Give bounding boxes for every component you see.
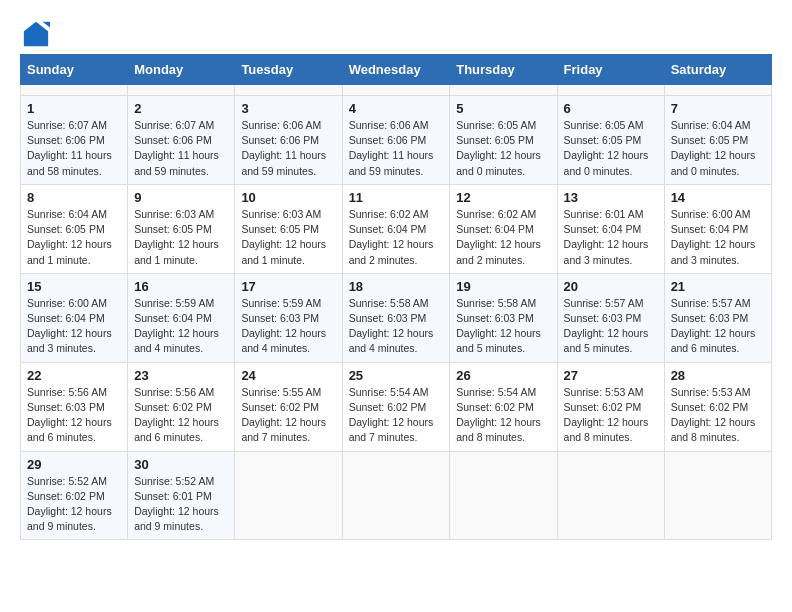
day-info: Sunrise: 5:52 AM Sunset: 6:01 PM Dayligh… [134,475,219,533]
calendar-cell: 11 Sunrise: 6:02 AM Sunset: 6:04 PM Dayl… [342,184,450,273]
day-number: 28 [671,368,765,383]
day-number: 3 [241,101,335,116]
column-header-monday: Monday [128,55,235,85]
calendar-cell: 26 Sunrise: 5:54 AM Sunset: 6:02 PM Dayl… [450,362,557,451]
day-info: Sunrise: 6:04 AM Sunset: 6:05 PM Dayligh… [27,208,112,266]
column-header-thursday: Thursday [450,55,557,85]
calendar-cell: 3 Sunrise: 6:06 AM Sunset: 6:06 PM Dayli… [235,96,342,185]
logo [20,20,50,44]
day-info: Sunrise: 5:59 AM Sunset: 6:03 PM Dayligh… [241,297,326,355]
calendar-cell: 30 Sunrise: 5:52 AM Sunset: 6:01 PM Dayl… [128,451,235,540]
calendar-cell: 19 Sunrise: 5:58 AM Sunset: 6:03 PM Dayl… [450,273,557,362]
day-number: 22 [27,368,121,383]
calendar-cell: 27 Sunrise: 5:53 AM Sunset: 6:02 PM Dayl… [557,362,664,451]
calendar-week-row: 29 Sunrise: 5:52 AM Sunset: 6:02 PM Dayl… [21,451,772,540]
day-info: Sunrise: 5:55 AM Sunset: 6:02 PM Dayligh… [241,386,326,444]
calendar-cell: 17 Sunrise: 5:59 AM Sunset: 6:03 PM Dayl… [235,273,342,362]
calendar-cell: 14 Sunrise: 6:00 AM Sunset: 6:04 PM Dayl… [664,184,771,273]
calendar-cell: 21 Sunrise: 5:57 AM Sunset: 6:03 PM Dayl… [664,273,771,362]
calendar-week-row [21,85,772,96]
day-number: 17 [241,279,335,294]
column-header-saturday: Saturday [664,55,771,85]
day-number: 16 [134,279,228,294]
calendar-week-row: 1 Sunrise: 6:07 AM Sunset: 6:06 PM Dayli… [21,96,772,185]
day-number: 26 [456,368,550,383]
calendar-cell: 28 Sunrise: 5:53 AM Sunset: 6:02 PM Dayl… [664,362,771,451]
day-number: 7 [671,101,765,116]
day-number: 1 [27,101,121,116]
calendar-cell [235,85,342,96]
calendar-cell: 29 Sunrise: 5:52 AM Sunset: 6:02 PM Dayl… [21,451,128,540]
calendar-header-row: SundayMondayTuesdayWednesdayThursdayFrid… [21,55,772,85]
calendar-cell: 1 Sunrise: 6:07 AM Sunset: 6:06 PM Dayli… [21,96,128,185]
calendar-cell: 20 Sunrise: 5:57 AM Sunset: 6:03 PM Dayl… [557,273,664,362]
calendar-cell: 22 Sunrise: 5:56 AM Sunset: 6:03 PM Dayl… [21,362,128,451]
day-info: Sunrise: 5:58 AM Sunset: 6:03 PM Dayligh… [456,297,541,355]
day-number: 29 [27,457,121,472]
day-number: 8 [27,190,121,205]
calendar-cell [342,451,450,540]
day-number: 12 [456,190,550,205]
day-info: Sunrise: 6:02 AM Sunset: 6:04 PM Dayligh… [349,208,434,266]
calendar-cell: 6 Sunrise: 6:05 AM Sunset: 6:05 PM Dayli… [557,96,664,185]
calendar-cell: 12 Sunrise: 6:02 AM Sunset: 6:04 PM Dayl… [450,184,557,273]
calendar-cell [664,451,771,540]
calendar-cell: 5 Sunrise: 6:05 AM Sunset: 6:05 PM Dayli… [450,96,557,185]
day-info: Sunrise: 5:54 AM Sunset: 6:02 PM Dayligh… [349,386,434,444]
day-info: Sunrise: 6:00 AM Sunset: 6:04 PM Dayligh… [671,208,756,266]
day-info: Sunrise: 6:04 AM Sunset: 6:05 PM Dayligh… [671,119,756,177]
day-info: Sunrise: 5:56 AM Sunset: 6:03 PM Dayligh… [27,386,112,444]
calendar-cell [21,85,128,96]
day-info: Sunrise: 5:58 AM Sunset: 6:03 PM Dayligh… [349,297,434,355]
calendar-cell [450,451,557,540]
calendar-cell: 24 Sunrise: 5:55 AM Sunset: 6:02 PM Dayl… [235,362,342,451]
calendar-cell: 8 Sunrise: 6:04 AM Sunset: 6:05 PM Dayli… [21,184,128,273]
calendar-cell: 23 Sunrise: 5:56 AM Sunset: 6:02 PM Dayl… [128,362,235,451]
day-number: 10 [241,190,335,205]
calendar-cell [128,85,235,96]
day-info: Sunrise: 6:06 AM Sunset: 6:06 PM Dayligh… [241,119,326,177]
day-number: 9 [134,190,228,205]
day-number: 2 [134,101,228,116]
day-number: 24 [241,368,335,383]
calendar-cell: 2 Sunrise: 6:07 AM Sunset: 6:06 PM Dayli… [128,96,235,185]
day-info: Sunrise: 5:59 AM Sunset: 6:04 PM Dayligh… [134,297,219,355]
calendar-cell: 13 Sunrise: 6:01 AM Sunset: 6:04 PM Dayl… [557,184,664,273]
calendar-cell: 25 Sunrise: 5:54 AM Sunset: 6:02 PM Dayl… [342,362,450,451]
day-number: 23 [134,368,228,383]
calendar-cell: 15 Sunrise: 6:00 AM Sunset: 6:04 PM Dayl… [21,273,128,362]
day-number: 21 [671,279,765,294]
day-number: 30 [134,457,228,472]
day-info: Sunrise: 6:05 AM Sunset: 6:05 PM Dayligh… [456,119,541,177]
day-number: 14 [671,190,765,205]
column-header-wednesday: Wednesday [342,55,450,85]
page-header [20,20,772,44]
logo-icon [22,20,50,48]
day-info: Sunrise: 6:03 AM Sunset: 6:05 PM Dayligh… [241,208,326,266]
day-info: Sunrise: 6:01 AM Sunset: 6:04 PM Dayligh… [564,208,649,266]
day-number: 4 [349,101,444,116]
calendar-cell [450,85,557,96]
calendar-table: SundayMondayTuesdayWednesdayThursdayFrid… [20,54,772,540]
column-header-friday: Friday [557,55,664,85]
svg-marker-1 [43,22,50,28]
day-number: 13 [564,190,658,205]
calendar-cell: 7 Sunrise: 6:04 AM Sunset: 6:05 PM Dayli… [664,96,771,185]
day-info: Sunrise: 6:05 AM Sunset: 6:05 PM Dayligh… [564,119,649,177]
calendar-cell [557,451,664,540]
column-header-tuesday: Tuesday [235,55,342,85]
calendar-cell: 4 Sunrise: 6:06 AM Sunset: 6:06 PM Dayli… [342,96,450,185]
day-info: Sunrise: 5:53 AM Sunset: 6:02 PM Dayligh… [564,386,649,444]
day-info: Sunrise: 5:53 AM Sunset: 6:02 PM Dayligh… [671,386,756,444]
day-info: Sunrise: 5:56 AM Sunset: 6:02 PM Dayligh… [134,386,219,444]
day-number: 19 [456,279,550,294]
calendar-week-row: 22 Sunrise: 5:56 AM Sunset: 6:03 PM Dayl… [21,362,772,451]
day-info: Sunrise: 6:07 AM Sunset: 6:06 PM Dayligh… [27,119,112,177]
day-info: Sunrise: 6:07 AM Sunset: 6:06 PM Dayligh… [134,119,219,177]
svg-marker-0 [24,22,48,46]
calendar-cell: 9 Sunrise: 6:03 AM Sunset: 6:05 PM Dayli… [128,184,235,273]
calendar-cell [557,85,664,96]
calendar-cell [235,451,342,540]
day-number: 20 [564,279,658,294]
day-info: Sunrise: 5:57 AM Sunset: 6:03 PM Dayligh… [564,297,649,355]
